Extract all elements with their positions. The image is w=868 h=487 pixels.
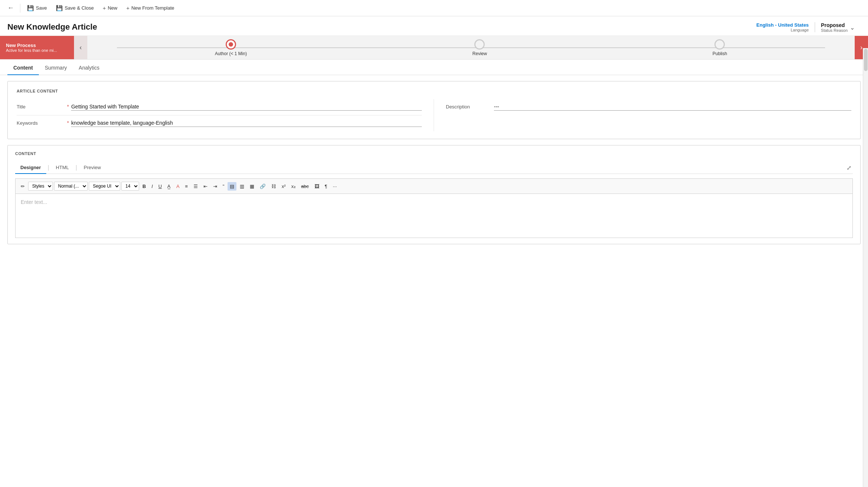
left-fields: Title * Getting Started with Template Ke…: [17, 99, 434, 131]
editor-tab-divider-1: |: [46, 164, 51, 171]
save-icon: 💾: [27, 5, 34, 11]
italic-button[interactable]: I: [149, 182, 155, 191]
editor-section: CONTENT Designer | HTML | Preview ⤢ ✏ St…: [7, 145, 861, 244]
header-right: English - United States Language Propose…: [750, 22, 861, 33]
step-circle-publish: [714, 39, 725, 50]
save-close-button[interactable]: 💾 Save & Close: [52, 3, 98, 13]
keywords-value[interactable]: knowledge base template, language-Englis…: [71, 120, 422, 127]
unlink-button[interactable]: ⛓: [269, 182, 278, 191]
align-justify-button[interactable]: ▦: [248, 182, 256, 191]
save-button[interactable]: 💾 Save: [23, 3, 51, 13]
process-nav-left-button[interactable]: ‹: [74, 36, 87, 59]
font-select[interactable]: Segoe UI: [89, 182, 120, 191]
step-label-author: Author (< 1 Min): [215, 51, 247, 56]
new-icon: +: [102, 5, 106, 11]
editor-section-title: CONTENT: [15, 151, 853, 156]
image-icon: 🖼: [314, 184, 319, 189]
align-center-icon: ▤: [230, 184, 234, 189]
back-button[interactable]: ←: [4, 2, 17, 14]
keywords-field-row: Keywords * knowledge base template, lang…: [17, 115, 422, 131]
title-value[interactable]: Getting Started with Template: [71, 104, 422, 111]
tab-analytics[interactable]: Analytics: [73, 61, 105, 75]
scrollbar-track[interactable]: [863, 48, 868, 250]
align-right-button[interactable]: ▥: [238, 182, 246, 191]
tab-summary[interactable]: Summary: [39, 61, 73, 75]
special-char-icon: ¶: [325, 184, 327, 189]
strikethrough-button[interactable]: abc: [299, 182, 311, 191]
unlink-icon: ⛓: [271, 184, 276, 189]
tab-content[interactable]: Content: [7, 61, 39, 75]
new-from-template-icon: +: [126, 5, 129, 11]
process-steps: Author (< 1 Min) Review Publish: [87, 36, 855, 59]
process-label-title: New Process: [6, 43, 68, 48]
step-circle-review: [474, 39, 485, 50]
page-title: New Knowledge Article: [7, 22, 97, 32]
process-step-publish[interactable]: Publish: [713, 39, 727, 56]
main-toolbar: ← 💾 Save 💾 Save & Close + New + New From…: [0, 0, 868, 16]
process-nav-right-icon: ›: [860, 44, 862, 51]
link-button[interactable]: 🔗: [258, 182, 268, 191]
back-icon: ←: [7, 4, 14, 12]
format-select[interactable]: Normal (...: [54, 182, 88, 191]
process-label-sub: Active for less than one mi...: [6, 48, 68, 53]
styles-select[interactable]: Styles: [28, 182, 53, 191]
description-value[interactable]: ---: [494, 104, 851, 111]
status-text-block: Proposed Status Reason: [821, 22, 848, 33]
main-content: ARTICLE CONTENT Title * Getting Started …: [0, 75, 868, 250]
description-label: Description: [446, 104, 494, 110]
size-select[interactable]: 14: [121, 182, 139, 191]
special-char-button[interactable]: ¶: [323, 182, 330, 191]
new-button[interactable]: + New: [99, 3, 121, 13]
superscript-button[interactable]: x²: [279, 182, 288, 191]
underline-button[interactable]: U: [156, 182, 164, 191]
brush-icon: ✏: [21, 184, 25, 189]
align-left-icon: ≡: [185, 184, 188, 189]
page-header: New Knowledge Article English - United S…: [0, 16, 868, 36]
list-ul-button[interactable]: ☰: [191, 182, 200, 191]
quote-icon: ": [223, 184, 225, 189]
brush-button[interactable]: ✏: [18, 182, 27, 191]
link-icon: 🔗: [260, 184, 266, 189]
step-circle-author: [226, 39, 236, 50]
status-section[interactable]: Proposed Status Reason ⌄: [815, 22, 861, 33]
status-title: Proposed: [821, 22, 848, 28]
editor-placeholder: Enter text...: [21, 199, 47, 205]
more-button[interactable]: ···: [331, 182, 339, 191]
highlight-button[interactable]: A̲: [165, 182, 173, 191]
new-from-template-button[interactable]: + New From Template: [122, 3, 178, 13]
right-fields: Description ---: [434, 99, 851, 131]
list-ul-icon: ☰: [194, 184, 198, 189]
bold-button[interactable]: B: [140, 182, 148, 191]
align-left-button[interactable]: ≡: [183, 182, 190, 191]
language-link[interactable]: English - United States: [756, 22, 809, 28]
editor-body[interactable]: Enter text...: [15, 194, 853, 238]
status-label: Status Reason: [821, 28, 848, 33]
expand-icon[interactable]: ⤢: [845, 163, 853, 173]
editor-tab-preview[interactable]: Preview: [78, 162, 106, 174]
process-step-review[interactable]: Review: [472, 39, 487, 56]
step-label-review: Review: [472, 51, 487, 56]
editor-tab-html[interactable]: HTML: [51, 162, 74, 174]
editor-tab-divider-2: |: [74, 164, 78, 171]
scrollbar-thumb[interactable]: [864, 49, 868, 71]
indent-inc-button[interactable]: ⇥: [211, 182, 219, 191]
article-content-section: ARTICLE CONTENT Title * Getting Started …: [7, 81, 861, 139]
quote-button[interactable]: ": [221, 182, 227, 191]
save-close-icon: 💾: [56, 5, 63, 11]
editor-tab-designer[interactable]: Designer: [15, 162, 46, 174]
new-from-template-label: New From Template: [131, 5, 174, 11]
font-color-button[interactable]: A: [174, 182, 182, 191]
indent-dec-button[interactable]: ⇤: [201, 182, 210, 191]
new-label: New: [108, 5, 117, 11]
title-label: Title: [17, 104, 65, 110]
save-close-label: Save & Close: [65, 5, 94, 11]
bold-icon: B: [142, 184, 146, 189]
process-step-author[interactable]: Author (< 1 Min): [215, 39, 247, 56]
image-button[interactable]: 🖼: [312, 182, 322, 191]
align-center-button[interactable]: ▤: [228, 182, 236, 191]
process-nav-left-icon: ‹: [80, 44, 82, 51]
process-bar: New Process Active for less than one mi.…: [0, 36, 868, 60]
language-section: English - United States Language: [750, 22, 815, 32]
align-justify-icon: ▦: [250, 184, 254, 189]
subscript-button[interactable]: x₂: [289, 182, 298, 191]
